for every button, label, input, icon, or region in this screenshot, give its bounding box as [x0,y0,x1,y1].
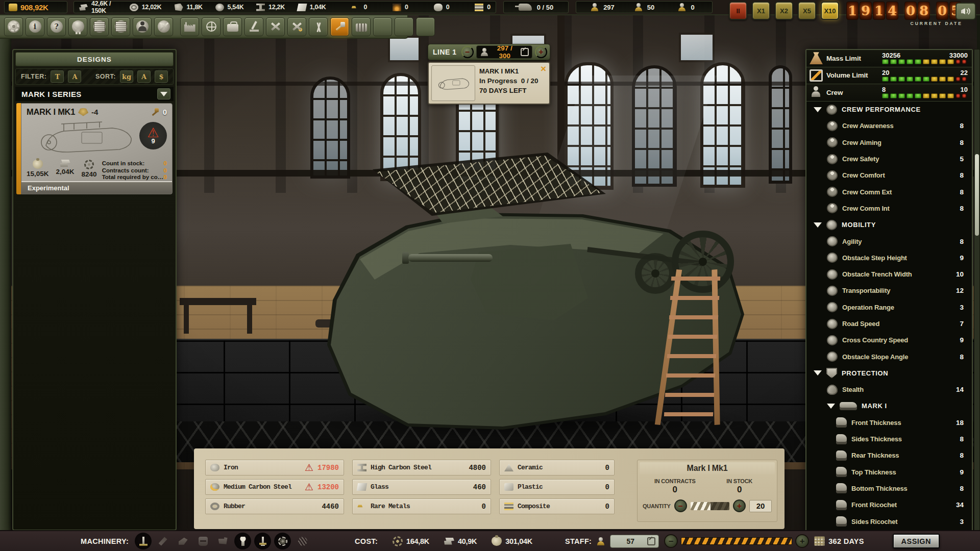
material-row[interactable]: Plastic ⚠ 0 [499,479,615,495]
series-collapse-button[interactable] [157,88,170,99]
tank-count-display[interactable]: 0 / 50 [503,1,569,13]
resource-item[interactable]: 0 [367,4,408,11]
tank-armor-icon[interactable] [416,17,435,36]
material-row[interactable]: Rare Metals ⚠ 0 [352,498,491,514]
sort-cost-button[interactable]: $ [155,70,168,83]
staff-allocation-bar[interactable] [681,537,792,545]
green-segment [882,93,889,98]
riveting-machine-icon[interactable] [234,533,251,549]
report-icon[interactable] [111,17,130,36]
stat-row: Crew Comm Int 8 [806,200,972,216]
money-display[interactable]: 908,92K [4,1,67,13]
collapse-arrow-icon[interactable] [814,370,822,375]
material-row[interactable]: Iron ⚠ 17980 [205,460,344,475]
resource-item[interactable]: 0 [408,4,450,11]
material-row[interactable]: High Carbon Steel ⚠ 4800 [352,460,491,475]
production-hammer-icon[interactable] [330,17,349,36]
series-header[interactable]: MARK I SERIES [15,87,174,101]
design-card-mark-i-mk1[interactable]: MARK I MK1 -4 0 ⚠ [16,103,173,194]
resource-item[interactable]: 11,8K [161,4,203,11]
help-icon[interactable]: ? [47,17,66,36]
staff-summary-display[interactable]: 297 50 0 [576,1,713,13]
speed-button[interactable]: X10 [821,2,839,20]
resource-item[interactable]: 12,2K [243,4,285,11]
staff-count-input[interactable]: 57 [610,535,659,548]
world-market-icon[interactable] [202,17,220,36]
yellow-segment [923,59,929,64]
lathe-machine-icon[interactable] [135,533,152,549]
transportability-icon [827,286,838,296]
machinery-label: MACHINERY: [81,537,129,545]
resource-item[interactable]: 0 [449,4,491,11]
remove-staff-button[interactable]: – [461,46,474,58]
stats-scrollbar[interactable] [974,49,980,533]
add-staff-button[interactable]: + [535,46,547,58]
chipping-hammer-icon[interactable] [155,533,172,549]
speed-button[interactable]: II [729,2,747,20]
bending-machine-icon[interactable] [175,533,191,549]
resource-item[interactable]: 42,6K / 150K [79,0,120,14]
material-row[interactable]: Rubber ⚠ 4460 [205,498,344,514]
quantity-minus-button[interactable]: – [674,499,687,512]
close-icon[interactable]: × [541,64,546,73]
spring-hammer-icon[interactable] [294,533,311,549]
tank-hull-icon[interactable] [373,17,392,36]
speed-button[interactable]: X5 [798,2,816,20]
money-cost-value: 301,04K [505,537,532,545]
contracts-icon[interactable] [223,17,242,36]
material-value: 4800 [469,464,486,472]
drill-press-icon[interactable] [254,533,271,549]
speed-button[interactable]: X2 [775,2,793,20]
politician-icon[interactable] [133,17,152,36]
war-icon[interactable] [154,17,173,36]
resource-item[interactable]: 5,54K [203,4,244,11]
sort-alpha-button[interactable]: A [137,70,151,83]
quantity-slider[interactable] [691,502,729,510]
resource-item[interactable]: 0 [326,4,368,11]
filter-tier-button[interactable]: T [51,70,64,83]
speed-button[interactable]: X1 [752,2,770,20]
material-row[interactable]: Medium Carbon Steel ⚠ 13200 [205,479,344,495]
factory-icon[interactable] [180,17,199,36]
material-row[interactable]: Composite ⚠ 0 [499,498,615,514]
welding-machine-icon[interactable] [194,533,211,549]
staff-increase-button[interactable]: + [795,534,809,548]
newspaper-icon[interactable] [90,17,109,36]
circular-saw-icon[interactable] [274,533,291,549]
material-row[interactable]: Glass ⚠ 460 [352,479,491,495]
workshop-tools-icon[interactable] [266,17,285,36]
design-steel: 2,04K [56,168,75,176]
gauge-row: Volume Limit 20 22 [806,67,972,85]
engines-icon[interactable] [352,17,371,36]
collapse-arrow-icon[interactable] [827,404,835,409]
research-icon[interactable] [244,17,263,36]
rubber-icon [210,503,219,510]
info-icon[interactable]: i [26,17,44,36]
sort-mass-button[interactable]: kg [120,70,133,83]
material-row[interactable]: Ceramic ⚠ 0 [499,460,615,475]
crew-comm-ext-icon [827,187,838,197]
edit-staff-icon[interactable] [521,48,529,56]
scrollbar-thumb[interactable] [975,154,979,236]
staff-decrease-button[interactable]: – [664,534,678,548]
design-icon[interactable] [309,17,328,36]
casting-machine-icon[interactable] [214,533,231,549]
design-warning-badge[interactable]: ⚠ 9 [139,122,167,149]
repair-icon[interactable] [287,17,306,36]
resource-item[interactable]: 1,04K [285,4,326,11]
gauge-max: 33000 [949,52,968,59]
trophy-icon[interactable] [68,17,87,36]
tank-combat-icon[interactable] [395,17,413,36]
assign-button[interactable]: ASSIGN [893,534,940,548]
line-production-card[interactable]: MARK I MK1 In Progress 0 / 20 70 DAYS LE… [428,62,550,105]
resource-item[interactable]: 12,02K [120,4,162,11]
collapse-arrow-icon[interactable] [814,107,822,112]
engineers-icon [677,3,687,12]
quantity-plus-button[interactable]: + [733,499,746,512]
collapse-arrow-icon[interactable] [814,222,822,228]
settings-gear-icon[interactable] [4,17,23,36]
crew-safety-icon [827,154,838,164]
filter-design-button[interactable]: A [68,70,81,83]
announcements-button[interactable] [955,3,976,20]
design-cost: 15,05K [27,170,49,178]
